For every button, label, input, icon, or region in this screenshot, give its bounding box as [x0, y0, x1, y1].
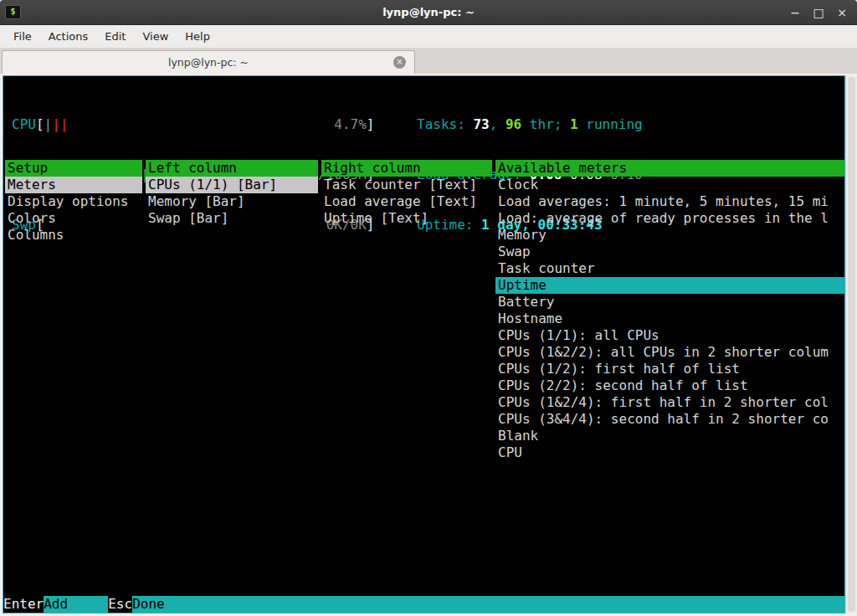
window-controls: −□× [785, 3, 852, 22]
scrollbar[interactable] [845, 75, 857, 613]
panel-item[interactable]: CPU [495, 444, 844, 461]
panel-item[interactable]: Display options [5, 193, 142, 210]
panel-right-column: Right columnTask counter [Text]Load aver… [321, 160, 492, 227]
panel-item[interactable]: Load averages: 1 minute, 5 minutes, 15 m… [495, 193, 844, 210]
panel-item[interactable]: CPUs (1&2/2): all CPUs in 2 shorter colu… [495, 344, 844, 361]
tasks-stat: Tasks: 73, 96 thr; 1 running [417, 116, 643, 133]
panel-item[interactable]: Task counter [Text] [321, 177, 492, 193]
menu-item-file[interactable]: File [5, 27, 40, 46]
panel-item[interactable]: Uptime [Text] [321, 210, 492, 227]
menu-item-help[interactable]: Help [177, 27, 218, 46]
panel-item[interactable]: CPUs (1/1) [Bar] [146, 177, 318, 193]
panel-item[interactable]: Clock [495, 177, 844, 193]
fnkey-enter[interactable]: Enter [3, 596, 44, 613]
panel-item[interactable]: Hostname [495, 311, 844, 327]
function-bar: EnterAddEscDone [3, 596, 844, 613]
panel-left-column: Left columnCPUs (1/1) [Bar]Memory [Bar]S… [146, 160, 318, 227]
fnkey-esc[interactable]: Esc [108, 596, 132, 613]
panel-item[interactable]: CPUs (1/2): first half of list [495, 361, 844, 377]
tab-close-icon[interactable]: × [393, 56, 406, 69]
panel-item[interactable]: Swap [Bar] [146, 210, 318, 227]
terminal-area: CPU[|||4.7%] Mem[|||||||||||||||||||||||… [0, 74, 857, 616]
menu-item-edit[interactable]: Edit [96, 27, 134, 46]
panel-setup: SetupMetersDisplay optionsColorsColumns [5, 160, 142, 244]
meter-tick-segment: | [52, 116, 60, 132]
cpu-meter-caption: CPU [12, 116, 36, 133]
threads-label: thr; [521, 116, 570, 132]
scrollbar-thumb[interactable] [848, 77, 855, 612]
panel-header: Available meters [495, 160, 844, 177]
panel-item[interactable]: Load: average of ready processes in the … [495, 210, 844, 227]
panels: SetupMetersDisplay optionsColorsColumnsL… [3, 160, 844, 593]
panel-item[interactable]: CPUs (1&2/4): first half in 2 shorter co… [495, 394, 844, 411]
meter-bracket: [ [36, 116, 44, 133]
panel-available-meters: Available metersClockLoad averages: 1 mi… [495, 160, 844, 461]
panel-item[interactable]: Swap [495, 244, 844, 260]
panel-item[interactable]: Battery [495, 294, 844, 311]
terminal-window: $ lynp@lyn-pc: ~ −□× FileActionsEditView… [0, 0, 857, 616]
maximize-button[interactable]: □ [808, 3, 829, 22]
threads-count: 96 [505, 116, 521, 132]
panel-item[interactable]: Meters [5, 177, 142, 193]
tasks-label: Tasks: [417, 116, 473, 132]
panel-item[interactable]: CPUs (2/2): second half of list [495, 377, 844, 394]
panel-header: Setup [5, 160, 142, 177]
panel-item[interactable]: CPUs (1/1): all CPUs [495, 327, 844, 344]
panel-item[interactable]: CPUs (3&4/4): second half in 2 shorter c… [495, 411, 844, 428]
fnlabel-done[interactable]: Done [132, 596, 844, 613]
panel-header: Right column [321, 160, 492, 177]
menubar: FileActionsEditViewHelp [0, 25, 857, 49]
running-count: 1 [570, 116, 578, 132]
menu-item-view[interactable]: View [134, 27, 177, 46]
panel-item[interactable]: Load average [Text] [321, 193, 492, 210]
meter-tick-segment: | [60, 116, 69, 132]
window-title: lynp@lyn-pc: ~ [0, 6, 857, 18]
panel-item[interactable]: Memory [Bar] [146, 193, 318, 210]
cpu-ticks: ||| [44, 116, 69, 132]
meter-tick-segment: | [44, 116, 53, 132]
running-label: running [578, 116, 643, 132]
panel-item[interactable]: Columns [5, 227, 142, 244]
tasks-sep: , [490, 116, 505, 132]
panel-item[interactable]: Uptime [495, 277, 844, 294]
fnlabel-add[interactable]: Add [44, 596, 108, 613]
panel-item[interactable]: Colors [5, 210, 142, 227]
tab-bar: lynp@lyn-pc: ~ × [0, 49, 857, 74]
close-button[interactable]: × [832, 3, 852, 22]
menu-item-actions[interactable]: Actions [40, 27, 97, 46]
tab-title: lynp@lyn-pc: ~ [168, 56, 249, 69]
terminal-screen[interactable]: CPU[|||4.7%] Mem[|||||||||||||||||||||||… [3, 75, 845, 613]
tasks-count: 73 [473, 116, 489, 132]
panel-item[interactable]: Task counter [495, 260, 844, 277]
panel-item[interactable]: Blank [495, 428, 844, 444]
meter-bracket: ] [367, 116, 375, 133]
panel-item[interactable]: Memory [495, 227, 844, 244]
window-titlebar: $ lynp@lyn-pc: ~ −□× [0, 0, 857, 25]
panel-header: Left column [146, 160, 318, 177]
minimize-button[interactable]: − [785, 3, 805, 22]
cpu-value: 4.7% [334, 116, 367, 133]
cpu-meter: CPU[|||4.7%] [12, 116, 375, 133]
terminal-tab[interactable]: lynp@lyn-pc: ~ × [2, 50, 415, 74]
